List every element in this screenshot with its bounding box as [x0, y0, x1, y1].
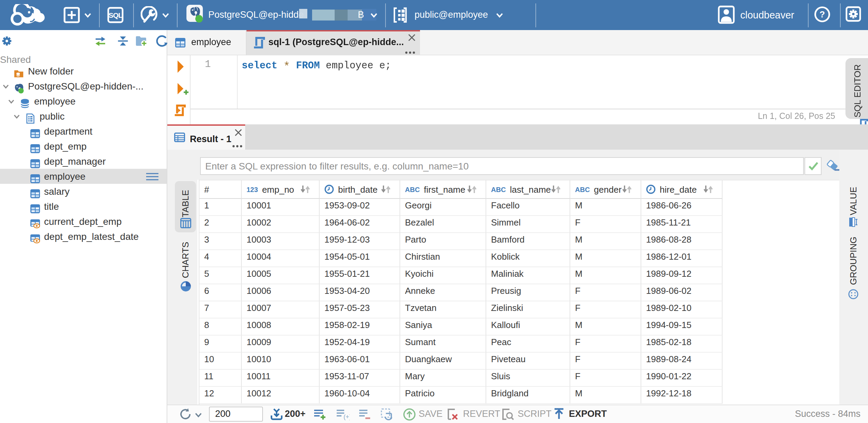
svg-text:(+): (+): [344, 413, 350, 420]
svg-text:SQL: SQL: [109, 11, 123, 19]
svg-text:?: ?: [820, 9, 825, 19]
